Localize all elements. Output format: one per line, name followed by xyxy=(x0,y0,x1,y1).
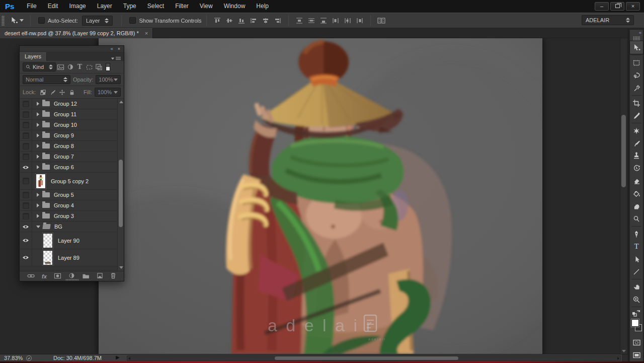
distribute-top-edges-button[interactable] xyxy=(293,15,305,26)
auto-select-checkbox[interactable] xyxy=(38,17,45,24)
status-menu-arrow-icon[interactable]: ▶ xyxy=(116,354,120,360)
vertical-scrollbar[interactable] xyxy=(620,38,627,354)
layers-list-scrollbar[interactable] xyxy=(117,99,124,271)
visibility-toggle[interactable] xyxy=(20,249,32,266)
link-layers-button[interactable] xyxy=(27,273,35,280)
align-horizontal-centers-button[interactable] xyxy=(260,15,272,26)
pen-tool[interactable] xyxy=(630,228,643,240)
layer-row-layer-90[interactable]: Layer 90 xyxy=(20,232,124,249)
lock-position-button[interactable] xyxy=(57,88,67,97)
distribute-right-edges-button[interactable] xyxy=(354,15,366,26)
smudge-tool[interactable] xyxy=(630,200,643,212)
visibility-toggle[interactable] xyxy=(20,162,32,172)
layer-row-group-11[interactable]: Group 11 xyxy=(20,109,124,120)
add-layer-mask-button[interactable] xyxy=(54,273,61,280)
collapse-arrow-icon[interactable] xyxy=(36,226,40,228)
filter-shape-layers-button[interactable] xyxy=(85,62,94,71)
filter-smart-objects-button[interactable] xyxy=(94,62,104,71)
filter-kind-dropdown[interactable]: Kind xyxy=(23,62,56,71)
vertical-scrollbar-thumb[interactable] xyxy=(621,115,626,187)
expand-arrow-icon[interactable] xyxy=(37,123,39,127)
menu-type[interactable]: Type xyxy=(118,0,142,13)
scroll-down-arrow-icon[interactable] xyxy=(119,266,123,269)
visibility-toggle[interactable] xyxy=(20,99,32,109)
visibility-toggle[interactable] xyxy=(20,152,32,162)
document-size-info[interactable]: Doc: 30.4M/698.7M xyxy=(53,355,102,361)
filter-toggle-switch[interactable] xyxy=(106,63,110,71)
align-bottom-edges-button[interactable] xyxy=(235,15,248,26)
lock-pixels-button[interactable] xyxy=(48,88,57,97)
layer-row-group-9[interactable]: Group 9 xyxy=(20,130,124,141)
filter-adjustment-layers-button[interactable] xyxy=(65,62,75,71)
close-button[interactable]: × xyxy=(626,2,640,11)
brush-tool[interactable] xyxy=(630,137,643,150)
options-bar-grip[interactable] xyxy=(2,16,5,26)
align-left-edges-button[interactable] xyxy=(248,15,260,26)
expand-arrow-icon[interactable] xyxy=(37,144,39,148)
fill-dropdown[interactable]: 100% xyxy=(95,88,121,97)
menu-file[interactable]: File xyxy=(21,0,42,13)
visibility-toggle[interactable] xyxy=(20,141,32,151)
menu-window[interactable]: Window xyxy=(218,0,251,13)
menu-view[interactable]: View xyxy=(194,0,218,13)
align-top-edges-button[interactable] xyxy=(211,15,223,26)
horizontal-scrollbar[interactable] xyxy=(127,355,621,361)
layer-style-button[interactable]: fx xyxy=(42,273,47,279)
crop-tool[interactable] xyxy=(630,97,643,109)
expand-arrow-icon[interactable] xyxy=(37,165,39,169)
eraser-tool[interactable] xyxy=(630,175,643,187)
layer-thumbnail[interactable] xyxy=(43,233,53,248)
collapse-dock-icon[interactable]: « xyxy=(630,30,643,36)
align-right-edges-button[interactable] xyxy=(272,15,284,26)
visibility-toggle[interactable] xyxy=(20,173,32,189)
panel-resize-grip[interactable] xyxy=(65,279,78,281)
menu-filter[interactable]: Filter xyxy=(170,0,194,13)
visibility-toggle[interactable] xyxy=(20,211,32,221)
scroll-left-arrow-icon[interactable] xyxy=(128,357,130,360)
visibility-toggle[interactable] xyxy=(20,222,32,232)
document-tab[interactable]: desert elf-nw.psd @ 37.8% (Layer 99 copy… xyxy=(0,28,153,38)
magic-wand-tool[interactable] xyxy=(630,82,643,94)
tab-layers[interactable]: Layers xyxy=(20,52,47,61)
horizontal-scrollbar-thumb[interactable] xyxy=(275,356,458,360)
color-swatches[interactable] xyxy=(630,318,643,335)
zoom-tool[interactable] xyxy=(630,293,643,306)
tool-preset-picker[interactable] xyxy=(8,17,26,25)
screen-mode-button[interactable] xyxy=(630,349,643,361)
spot-healing-brush-tool[interactable] xyxy=(630,124,643,137)
visibility-toggle[interactable] xyxy=(20,190,32,200)
hand-tool[interactable] xyxy=(630,280,643,293)
layer-row-group-5[interactable]: Group 5 xyxy=(20,190,124,200)
workspace-switcher[interactable]: ADELAIR xyxy=(582,15,634,25)
distribute-bottom-edges-button[interactable] xyxy=(317,15,330,26)
expand-arrow-icon[interactable] xyxy=(37,133,39,137)
layer-thumbnail[interactable] xyxy=(43,250,53,265)
scroll-down-arrow-icon[interactable] xyxy=(622,350,626,352)
new-layer-button[interactable] xyxy=(97,272,103,280)
menu-image[interactable]: Image xyxy=(63,0,91,13)
menu-select[interactable]: Select xyxy=(142,0,170,13)
foreground-color-swatch[interactable] xyxy=(631,319,639,327)
visibility-toggle[interactable] xyxy=(20,120,32,130)
menu-help[interactable]: Help xyxy=(251,0,274,13)
distribute-left-edges-button[interactable] xyxy=(330,15,342,26)
scroll-right-arrow-icon[interactable] xyxy=(617,357,619,360)
layer-row-layer-89[interactable]: Layer 89 xyxy=(20,249,124,266)
rectangular-marquee-tool[interactable] xyxy=(630,56,643,69)
opacity-dropdown[interactable]: 100% xyxy=(96,75,121,84)
menu-layer[interactable]: Layer xyxy=(92,0,118,13)
layer-row-group-4[interactable]: Group 4 xyxy=(20,200,124,211)
layer-row-group-8[interactable]: Group 8 xyxy=(20,141,124,152)
visibility-toggle[interactable] xyxy=(20,200,32,210)
minimize-button[interactable]: – xyxy=(595,2,609,11)
lasso-tool[interactable] xyxy=(630,69,643,82)
visibility-toggle[interactable] xyxy=(20,232,32,249)
layers-scrollbar-thumb[interactable] xyxy=(119,160,123,227)
menu-edit[interactable]: Edit xyxy=(42,0,64,13)
line-tool[interactable] xyxy=(630,265,643,278)
dock-grip[interactable] xyxy=(633,36,640,40)
default-swap-colors[interactable] xyxy=(630,308,643,317)
dodge-tool[interactable] xyxy=(630,212,643,225)
paint-bucket-tool[interactable] xyxy=(630,187,643,200)
eyedropper-tool[interactable] xyxy=(630,109,643,122)
